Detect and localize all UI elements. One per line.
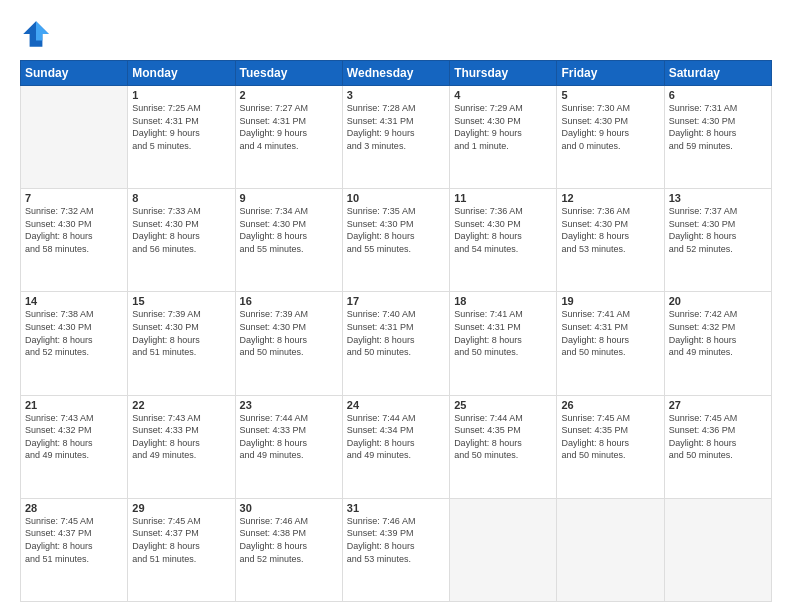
day-number: 31 (347, 502, 445, 514)
day-number: 4 (454, 89, 552, 101)
day-cell (557, 498, 664, 601)
day-number: 29 (132, 502, 230, 514)
day-number: 1 (132, 89, 230, 101)
day-cell: 27Sunrise: 7:45 AMSunset: 4:36 PMDayligh… (664, 395, 771, 498)
day-info: Sunrise: 7:46 AMSunset: 4:38 PMDaylight:… (240, 515, 338, 565)
day-info: Sunrise: 7:46 AMSunset: 4:39 PMDaylight:… (347, 515, 445, 565)
day-cell: 8Sunrise: 7:33 AMSunset: 4:30 PMDaylight… (128, 189, 235, 292)
day-number: 17 (347, 295, 445, 307)
day-info: Sunrise: 7:41 AMSunset: 4:31 PMDaylight:… (454, 308, 552, 358)
logo-icon (20, 18, 52, 50)
col-header-sunday: Sunday (21, 61, 128, 86)
day-info: Sunrise: 7:32 AMSunset: 4:30 PMDaylight:… (25, 205, 123, 255)
svg-marker-1 (36, 21, 49, 40)
day-info: Sunrise: 7:44 AMSunset: 4:34 PMDaylight:… (347, 412, 445, 462)
day-number: 23 (240, 399, 338, 411)
logo (20, 18, 56, 50)
day-cell: 1Sunrise: 7:25 AMSunset: 4:31 PMDaylight… (128, 86, 235, 189)
day-number: 7 (25, 192, 123, 204)
day-info: Sunrise: 7:44 AMSunset: 4:33 PMDaylight:… (240, 412, 338, 462)
col-header-monday: Monday (128, 61, 235, 86)
day-cell: 12Sunrise: 7:36 AMSunset: 4:30 PMDayligh… (557, 189, 664, 292)
header (20, 18, 772, 50)
day-cell: 14Sunrise: 7:38 AMSunset: 4:30 PMDayligh… (21, 292, 128, 395)
day-info: Sunrise: 7:27 AMSunset: 4:31 PMDaylight:… (240, 102, 338, 152)
day-number: 18 (454, 295, 552, 307)
day-cell: 23Sunrise: 7:44 AMSunset: 4:33 PMDayligh… (235, 395, 342, 498)
day-info: Sunrise: 7:38 AMSunset: 4:30 PMDaylight:… (25, 308, 123, 358)
day-number: 11 (454, 192, 552, 204)
day-number: 20 (669, 295, 767, 307)
day-info: Sunrise: 7:45 AMSunset: 4:37 PMDaylight:… (25, 515, 123, 565)
day-info: Sunrise: 7:25 AMSunset: 4:31 PMDaylight:… (132, 102, 230, 152)
day-info: Sunrise: 7:34 AMSunset: 4:30 PMDaylight:… (240, 205, 338, 255)
day-cell: 31Sunrise: 7:46 AMSunset: 4:39 PMDayligh… (342, 498, 449, 601)
day-cell: 25Sunrise: 7:44 AMSunset: 4:35 PMDayligh… (450, 395, 557, 498)
day-cell: 19Sunrise: 7:41 AMSunset: 4:31 PMDayligh… (557, 292, 664, 395)
day-info: Sunrise: 7:30 AMSunset: 4:30 PMDaylight:… (561, 102, 659, 152)
col-header-tuesday: Tuesday (235, 61, 342, 86)
page: SundayMondayTuesdayWednesdayThursdayFrid… (0, 0, 792, 612)
day-cell: 2Sunrise: 7:27 AMSunset: 4:31 PMDaylight… (235, 86, 342, 189)
day-cell: 6Sunrise: 7:31 AMSunset: 4:30 PMDaylight… (664, 86, 771, 189)
day-cell: 15Sunrise: 7:39 AMSunset: 4:30 PMDayligh… (128, 292, 235, 395)
day-cell (664, 498, 771, 601)
day-number: 28 (25, 502, 123, 514)
day-info: Sunrise: 7:41 AMSunset: 4:31 PMDaylight:… (561, 308, 659, 358)
day-number: 3 (347, 89, 445, 101)
day-info: Sunrise: 7:35 AMSunset: 4:30 PMDaylight:… (347, 205, 445, 255)
day-info: Sunrise: 7:36 AMSunset: 4:30 PMDaylight:… (454, 205, 552, 255)
col-header-friday: Friday (557, 61, 664, 86)
day-info: Sunrise: 7:37 AMSunset: 4:30 PMDaylight:… (669, 205, 767, 255)
day-info: Sunrise: 7:45 AMSunset: 4:36 PMDaylight:… (669, 412, 767, 462)
day-number: 30 (240, 502, 338, 514)
day-cell: 21Sunrise: 7:43 AMSunset: 4:32 PMDayligh… (21, 395, 128, 498)
day-cell (21, 86, 128, 189)
week-row-5: 28Sunrise: 7:45 AMSunset: 4:37 PMDayligh… (21, 498, 772, 601)
day-number: 12 (561, 192, 659, 204)
week-row-1: 1Sunrise: 7:25 AMSunset: 4:31 PMDaylight… (21, 86, 772, 189)
week-row-2: 7Sunrise: 7:32 AMSunset: 4:30 PMDaylight… (21, 189, 772, 292)
day-info: Sunrise: 7:29 AMSunset: 4:30 PMDaylight:… (454, 102, 552, 152)
day-info: Sunrise: 7:45 AMSunset: 4:37 PMDaylight:… (132, 515, 230, 565)
day-cell: 10Sunrise: 7:35 AMSunset: 4:30 PMDayligh… (342, 189, 449, 292)
calendar-table: SundayMondayTuesdayWednesdayThursdayFrid… (20, 60, 772, 602)
col-header-thursday: Thursday (450, 61, 557, 86)
day-cell: 11Sunrise: 7:36 AMSunset: 4:30 PMDayligh… (450, 189, 557, 292)
day-cell: 16Sunrise: 7:39 AMSunset: 4:30 PMDayligh… (235, 292, 342, 395)
day-cell: 20Sunrise: 7:42 AMSunset: 4:32 PMDayligh… (664, 292, 771, 395)
day-info: Sunrise: 7:42 AMSunset: 4:32 PMDaylight:… (669, 308, 767, 358)
day-info: Sunrise: 7:39 AMSunset: 4:30 PMDaylight:… (132, 308, 230, 358)
day-number: 19 (561, 295, 659, 307)
day-number: 25 (454, 399, 552, 411)
day-info: Sunrise: 7:36 AMSunset: 4:30 PMDaylight:… (561, 205, 659, 255)
day-info: Sunrise: 7:45 AMSunset: 4:35 PMDaylight:… (561, 412, 659, 462)
day-number: 27 (669, 399, 767, 411)
day-cell: 18Sunrise: 7:41 AMSunset: 4:31 PMDayligh… (450, 292, 557, 395)
day-cell: 30Sunrise: 7:46 AMSunset: 4:38 PMDayligh… (235, 498, 342, 601)
day-cell: 22Sunrise: 7:43 AMSunset: 4:33 PMDayligh… (128, 395, 235, 498)
day-info: Sunrise: 7:43 AMSunset: 4:33 PMDaylight:… (132, 412, 230, 462)
day-info: Sunrise: 7:44 AMSunset: 4:35 PMDaylight:… (454, 412, 552, 462)
day-cell: 7Sunrise: 7:32 AMSunset: 4:30 PMDaylight… (21, 189, 128, 292)
day-number: 14 (25, 295, 123, 307)
week-row-4: 21Sunrise: 7:43 AMSunset: 4:32 PMDayligh… (21, 395, 772, 498)
day-cell: 24Sunrise: 7:44 AMSunset: 4:34 PMDayligh… (342, 395, 449, 498)
day-info: Sunrise: 7:31 AMSunset: 4:30 PMDaylight:… (669, 102, 767, 152)
day-cell: 29Sunrise: 7:45 AMSunset: 4:37 PMDayligh… (128, 498, 235, 601)
day-cell: 5Sunrise: 7:30 AMSunset: 4:30 PMDaylight… (557, 86, 664, 189)
day-number: 6 (669, 89, 767, 101)
day-number: 13 (669, 192, 767, 204)
day-number: 5 (561, 89, 659, 101)
day-cell: 13Sunrise: 7:37 AMSunset: 4:30 PMDayligh… (664, 189, 771, 292)
day-cell: 26Sunrise: 7:45 AMSunset: 4:35 PMDayligh… (557, 395, 664, 498)
day-cell (450, 498, 557, 601)
day-info: Sunrise: 7:28 AMSunset: 4:31 PMDaylight:… (347, 102, 445, 152)
day-number: 8 (132, 192, 230, 204)
day-number: 26 (561, 399, 659, 411)
day-number: 9 (240, 192, 338, 204)
day-number: 21 (25, 399, 123, 411)
day-info: Sunrise: 7:33 AMSunset: 4:30 PMDaylight:… (132, 205, 230, 255)
col-header-wednesday: Wednesday (342, 61, 449, 86)
day-number: 2 (240, 89, 338, 101)
